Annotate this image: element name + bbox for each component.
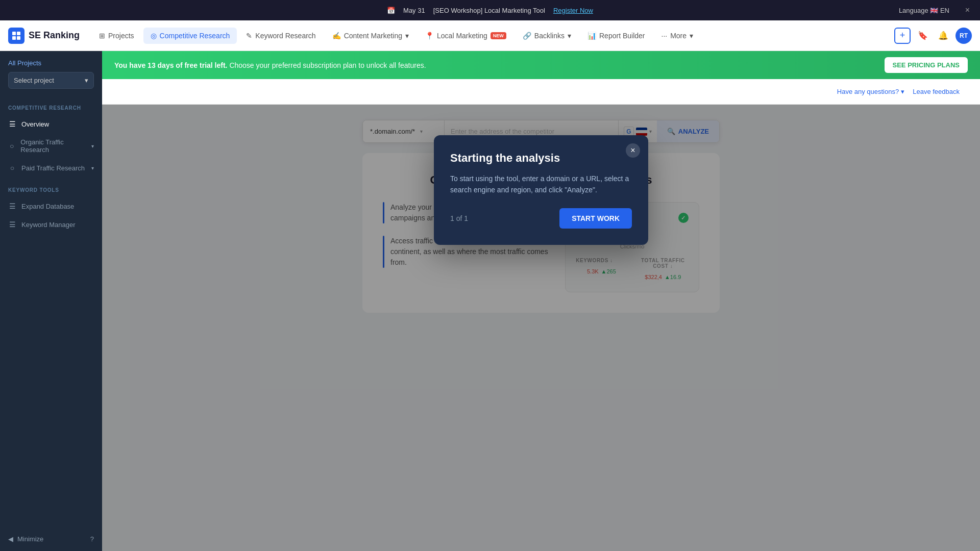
content-marketing-icon: ✍ — [332, 32, 341, 40]
modal-footer: 1 of 1 START WORK — [450, 208, 632, 229]
more-icon: ··· — [662, 32, 668, 40]
modal-step-text: 1 of 1 — [450, 214, 468, 222]
modal-title: Starting the analysis — [450, 152, 632, 165]
content-area: *.domain.com/* ▾ G ▾ 🔍 ANALYZE — [102, 105, 980, 551]
banner-date: May 31 — [403, 7, 425, 14]
nav-item-projects[interactable]: ⊞ Projects — [92, 28, 141, 44]
project-select[interactable]: Select project ▾ — [8, 72, 94, 89]
sidebar-item-expand-database-label: Expand Database — [21, 203, 74, 210]
layout: All Projects Select project ▾ COMPETITIV… — [0, 51, 980, 551]
overview-icon: ☰ — [8, 120, 16, 128]
svg-rect-2 — [12, 36, 16, 40]
expand-database-icon: ☰ — [8, 202, 16, 210]
trial-banner: You have 13 days of free trial left. Cho… — [102, 51, 980, 79]
project-select-label: Select project — [14, 77, 54, 84]
nav-items: ⊞ Projects ◎ Competitive Research ✎ Keyw… — [92, 28, 894, 44]
svg-rect-0 — [12, 32, 16, 35]
have-questions-chevron-icon: ▾ — [901, 88, 904, 95]
nav-actions: + 🔖 🔔 RT — [894, 28, 972, 44]
sidebar-item-keyword-manager-label: Keyword Manager — [21, 221, 76, 229]
sidebar-item-expand-database[interactable]: ☰ Expand Database — [0, 197, 102, 215]
paid-traffic-chevron-icon: ▾ — [91, 165, 94, 171]
organic-traffic-chevron-icon: ▾ — [91, 143, 94, 149]
start-work-button[interactable]: START WORK — [559, 208, 632, 229]
banner-close-button[interactable]: × — [965, 6, 970, 15]
trial-subtext: Choose your preferred subscription plan … — [229, 61, 426, 69]
see-pricing-button[interactable]: SEE PRICING PLANS — [885, 57, 968, 73]
minimize-label: Minimize — [17, 535, 43, 543]
nav-item-content-marketing[interactable]: ✍ Content Marketing ▾ — [325, 28, 416, 44]
have-questions-link[interactable]: Have any questions? ▾ — [837, 88, 904, 95]
organic-traffic-icon: ○ — [8, 142, 15, 150]
trial-days-text: You have 13 days of free trial left. — [114, 61, 227, 69]
competitive-research-icon: ◎ — [151, 32, 157, 40]
nav-item-keyword-research-label: Keyword Research — [255, 32, 315, 40]
sidebar-item-keyword-manager[interactable]: ☰ Keyword Manager — [0, 215, 102, 234]
report-builder-icon: 📊 — [587, 32, 596, 40]
page-header: Have any questions? ▾ Leave feedback — [102, 79, 980, 105]
nav-logo-text: SE Ranking — [29, 30, 80, 41]
have-questions-label: Have any questions? — [837, 88, 899, 95]
nav-item-report-builder[interactable]: 📊 Report Builder — [580, 28, 652, 44]
banner-workshop-text: [SEO Workshop] Local Marketing Tool — [433, 7, 545, 14]
keyword-manager-icon: ☰ — [8, 220, 16, 229]
paid-traffic-icon: ○ — [8, 164, 16, 172]
nav-item-local-marketing-label: Local Marketing — [437, 32, 487, 40]
nav-item-competitive-research-label: Competitive Research — [160, 32, 230, 40]
trial-text: You have 13 days of free trial left. Cho… — [114, 61, 426, 69]
local-marketing-icon: 📍 — [425, 32, 434, 40]
add-button[interactable]: + — [894, 28, 911, 44]
nav-item-keyword-research[interactable]: ✎ Keyword Research — [239, 28, 323, 44]
page-actions: Have any questions? ▾ Leave feedback — [837, 88, 960, 95]
project-select-chevron-icon: ▾ — [85, 77, 88, 84]
sidebar-header: All Projects Select project ▾ — [0, 51, 102, 97]
calendar-icon: 📅 — [387, 7, 395, 14]
minimize-icon: ◀ — [8, 535, 13, 543]
bookmark-button[interactable]: 🔖 — [915, 28, 931, 44]
sidebar-item-paid-traffic-label: Paid Traffic Research — [21, 164, 85, 172]
nav-item-more[interactable]: ··· More ▾ — [654, 28, 701, 44]
nav-item-competitive-research[interactable]: ◎ Competitive Research — [143, 28, 237, 44]
sidebar-section-competitive-research-label: COMPETITIVE RESEARCH — [0, 97, 102, 115]
modal-close-button[interactable]: × — [626, 143, 640, 158]
backlinks-chevron-icon: ▾ — [568, 32, 571, 40]
content-marketing-chevron-icon: ▾ — [405, 32, 409, 40]
modal-overlay: × Starting the analysis To start using t… — [102, 105, 980, 551]
language-selector[interactable]: Language 🇬🇧 EN — [899, 7, 949, 14]
keyword-research-icon: ✎ — [246, 32, 252, 40]
help-icon[interactable]: ? — [90, 535, 94, 543]
backlinks-icon: 🔗 — [523, 32, 531, 40]
main-nav: SE Ranking ⊞ Projects ◎ Competitive Rese… — [0, 20, 980, 51]
projects-icon: ⊞ — [99, 32, 105, 40]
sidebar-section-keyword-tools-label: KEYWORD TOOLS — [0, 177, 102, 197]
notifications-button[interactable]: 🔔 — [935, 28, 951, 44]
nav-item-more-label: More — [670, 32, 687, 40]
nav-logo[interactable]: SE Ranking — [8, 28, 80, 44]
svg-rect-1 — [17, 32, 20, 35]
sidebar-minimize-button[interactable]: ◀ Minimize ? — [0, 527, 102, 551]
svg-rect-3 — [17, 36, 20, 40]
sidebar-item-organic-traffic[interactable]: ○ Organic Traffic Research ▾ — [0, 133, 102, 159]
leave-feedback-link[interactable]: Leave feedback — [913, 88, 960, 95]
nav-item-report-builder-label: Report Builder — [599, 32, 645, 40]
nav-item-content-marketing-label: Content Marketing — [344, 32, 402, 40]
modal-description: To start using the tool, enter a domain … — [450, 173, 632, 196]
sidebar-item-paid-traffic[interactable]: ○ Paid Traffic Research ▾ — [0, 159, 102, 177]
nav-item-projects-label: Projects — [108, 32, 134, 40]
sidebar-item-overview-label: Overview — [21, 120, 49, 128]
avatar[interactable]: RT — [955, 28, 972, 44]
more-chevron-icon: ▾ — [690, 32, 693, 40]
nav-item-backlinks-label: Backlinks — [534, 32, 565, 40]
nav-item-local-marketing[interactable]: 📍 Local Marketing NEW — [418, 28, 513, 44]
all-projects-link[interactable]: All Projects — [8, 59, 94, 67]
modal: × Starting the analysis To start using t… — [434, 135, 648, 245]
logo-icon — [8, 28, 24, 44]
new-badge: NEW — [491, 32, 506, 39]
sidebar-item-overview[interactable]: ☰ Overview — [0, 115, 102, 133]
register-link[interactable]: Register Now — [553, 7, 593, 14]
main-content: You have 13 days of free trial left. Cho… — [102, 51, 980, 551]
top-banner: 📅 May 31 [SEO Workshop] Local Marketing … — [0, 0, 980, 20]
sidebar: All Projects Select project ▾ COMPETITIV… — [0, 51, 102, 551]
sidebar-item-organic-traffic-label: Organic Traffic Research — [20, 138, 86, 154]
nav-item-backlinks[interactable]: 🔗 Backlinks ▾ — [516, 28, 578, 44]
